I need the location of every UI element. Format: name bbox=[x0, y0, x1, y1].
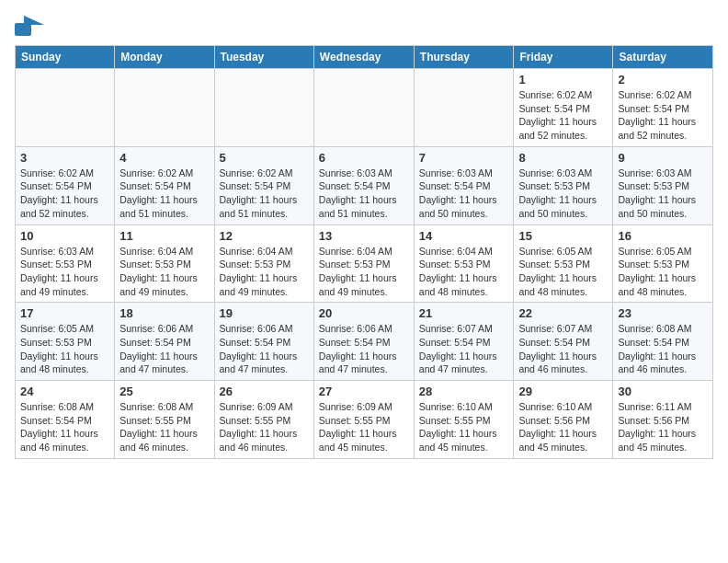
day-info: Sunrise: 6:05 AM Sunset: 5:53 PM Dayligh… bbox=[618, 245, 708, 299]
calendar-cell: 7Sunrise: 6:03 AM Sunset: 5:54 PM Daylig… bbox=[414, 146, 514, 224]
day-info: Sunrise: 6:03 AM Sunset: 5:53 PM Dayligh… bbox=[618, 167, 708, 221]
day-number: 13 bbox=[319, 229, 409, 243]
day-info: Sunrise: 6:02 AM Sunset: 5:54 PM Dayligh… bbox=[618, 88, 708, 143]
col-header-tuesday: Tuesday bbox=[214, 46, 313, 69]
day-number: 29 bbox=[518, 385, 608, 398]
calendar-cell bbox=[115, 69, 214, 147]
day-number: 17 bbox=[20, 306, 109, 320]
col-header-friday: Friday bbox=[514, 46, 613, 69]
calendar-cell: 9Sunrise: 6:03 AM Sunset: 5:53 PM Daylig… bbox=[613, 146, 713, 224]
day-info: Sunrise: 6:03 AM Sunset: 5:53 PM Dayligh… bbox=[20, 245, 109, 299]
calendar-cell: 2Sunrise: 6:02 AM Sunset: 5:54 PM Daylig… bbox=[613, 69, 713, 147]
day-number: 27 bbox=[319, 385, 409, 398]
calendar-table: SundayMondayTuesdayWednesdayThursdayFrid… bbox=[15, 45, 713, 459]
calendar-cell: 10Sunrise: 6:03 AM Sunset: 5:53 PM Dayli… bbox=[16, 224, 115, 303]
calendar-cell bbox=[16, 69, 115, 147]
day-info: Sunrise: 6:05 AM Sunset: 5:53 PM Dayligh… bbox=[518, 245, 608, 299]
day-info: Sunrise: 6:06 AM Sunset: 5:54 PM Dayligh… bbox=[119, 322, 209, 376]
calendar-header-row: SundayMondayTuesdayWednesdayThursdayFrid… bbox=[16, 46, 713, 69]
day-info: Sunrise: 6:02 AM Sunset: 5:54 PM Dayligh… bbox=[518, 88, 608, 143]
calendar-cell: 4Sunrise: 6:02 AM Sunset: 5:54 PM Daylig… bbox=[115, 146, 214, 224]
svg-marker-1 bbox=[24, 16, 44, 25]
calendar-cell: 30Sunrise: 6:11 AM Sunset: 5:56 PM Dayli… bbox=[613, 381, 713, 459]
calendar-cell: 20Sunrise: 6:06 AM Sunset: 5:54 PM Dayli… bbox=[313, 303, 414, 381]
day-info: Sunrise: 6:08 AM Sunset: 5:54 PM Dayligh… bbox=[20, 400, 109, 454]
day-number: 9 bbox=[618, 151, 708, 165]
calendar-cell bbox=[214, 69, 313, 147]
day-number: 24 bbox=[20, 385, 109, 398]
day-number: 25 bbox=[119, 385, 209, 398]
day-info: Sunrise: 6:03 AM Sunset: 5:54 PM Dayligh… bbox=[419, 167, 509, 221]
day-number: 28 bbox=[419, 385, 509, 398]
day-info: Sunrise: 6:08 AM Sunset: 5:55 PM Dayligh… bbox=[119, 400, 209, 454]
day-info: Sunrise: 6:02 AM Sunset: 5:54 PM Dayligh… bbox=[20, 167, 109, 221]
day-number: 1 bbox=[518, 73, 608, 86]
day-info: Sunrise: 6:04 AM Sunset: 5:53 PM Dayligh… bbox=[419, 245, 509, 299]
day-number: 12 bbox=[220, 229, 309, 243]
col-header-saturday: Saturday bbox=[613, 46, 713, 69]
calendar-week-row: 10Sunrise: 6:03 AM Sunset: 5:53 PM Dayli… bbox=[16, 224, 713, 303]
col-header-thursday: Thursday bbox=[414, 46, 514, 69]
col-header-sunday: Sunday bbox=[16, 46, 115, 69]
day-info: Sunrise: 6:11 AM Sunset: 5:56 PM Dayligh… bbox=[618, 400, 708, 454]
calendar-cell: 3Sunrise: 6:02 AM Sunset: 5:54 PM Daylig… bbox=[16, 146, 115, 224]
day-info: Sunrise: 6:03 AM Sunset: 5:54 PM Dayligh… bbox=[319, 167, 409, 221]
calendar-week-row: 3Sunrise: 6:02 AM Sunset: 5:54 PM Daylig… bbox=[16, 146, 713, 224]
calendar-cell: 18Sunrise: 6:06 AM Sunset: 5:54 PM Dayli… bbox=[115, 303, 214, 381]
day-info: Sunrise: 6:09 AM Sunset: 5:55 PM Dayligh… bbox=[220, 400, 309, 454]
day-info: Sunrise: 6:09 AM Sunset: 5:55 PM Dayligh… bbox=[319, 400, 409, 454]
page-header bbox=[15, 15, 713, 36]
calendar-cell: 27Sunrise: 6:09 AM Sunset: 5:55 PM Dayli… bbox=[313, 381, 414, 459]
day-number: 11 bbox=[119, 229, 209, 243]
day-info: Sunrise: 6:10 AM Sunset: 5:55 PM Dayligh… bbox=[419, 400, 509, 454]
calendar-cell bbox=[313, 69, 414, 147]
calendar-cell: 26Sunrise: 6:09 AM Sunset: 5:55 PM Dayli… bbox=[214, 381, 313, 459]
day-number: 22 bbox=[518, 306, 608, 320]
calendar-cell: 6Sunrise: 6:03 AM Sunset: 5:54 PM Daylig… bbox=[313, 146, 414, 224]
day-info: Sunrise: 6:04 AM Sunset: 5:53 PM Dayligh… bbox=[220, 245, 309, 299]
calendar-cell: 19Sunrise: 6:06 AM Sunset: 5:54 PM Dayli… bbox=[214, 303, 313, 381]
calendar-week-row: 24Sunrise: 6:08 AM Sunset: 5:54 PM Dayli… bbox=[16, 381, 713, 459]
day-number: 15 bbox=[518, 229, 608, 243]
day-info: Sunrise: 6:06 AM Sunset: 5:54 PM Dayligh… bbox=[220, 322, 309, 376]
calendar-cell: 21Sunrise: 6:07 AM Sunset: 5:54 PM Dayli… bbox=[414, 303, 514, 381]
calendar-week-row: 17Sunrise: 6:05 AM Sunset: 5:53 PM Dayli… bbox=[16, 303, 713, 381]
calendar-cell: 22Sunrise: 6:07 AM Sunset: 5:54 PM Dayli… bbox=[514, 303, 613, 381]
day-number: 21 bbox=[419, 306, 509, 320]
day-number: 14 bbox=[419, 229, 509, 243]
calendar-cell bbox=[414, 69, 514, 147]
calendar-cell: 14Sunrise: 6:04 AM Sunset: 5:53 PM Dayli… bbox=[414, 224, 514, 303]
day-info: Sunrise: 6:07 AM Sunset: 5:54 PM Dayligh… bbox=[518, 322, 608, 376]
day-number: 8 bbox=[518, 151, 608, 165]
calendar-cell: 23Sunrise: 6:08 AM Sunset: 5:54 PM Dayli… bbox=[613, 303, 713, 381]
day-number: 3 bbox=[20, 151, 109, 165]
calendar-cell: 29Sunrise: 6:10 AM Sunset: 5:56 PM Dayli… bbox=[514, 381, 613, 459]
day-info: Sunrise: 6:04 AM Sunset: 5:53 PM Dayligh… bbox=[319, 245, 409, 299]
calendar-cell: 12Sunrise: 6:04 AM Sunset: 5:53 PM Dayli… bbox=[214, 224, 313, 303]
logo-icon bbox=[15, 16, 44, 36]
day-number: 5 bbox=[220, 151, 309, 165]
day-number: 2 bbox=[618, 73, 708, 86]
day-info: Sunrise: 6:04 AM Sunset: 5:53 PM Dayligh… bbox=[119, 245, 209, 299]
calendar-cell: 16Sunrise: 6:05 AM Sunset: 5:53 PM Dayli… bbox=[613, 224, 713, 303]
day-info: Sunrise: 6:05 AM Sunset: 5:53 PM Dayligh… bbox=[20, 322, 109, 376]
day-number: 10 bbox=[20, 229, 109, 243]
calendar-cell: 25Sunrise: 6:08 AM Sunset: 5:55 PM Dayli… bbox=[115, 381, 214, 459]
calendar-cell: 1Sunrise: 6:02 AM Sunset: 5:54 PM Daylig… bbox=[514, 69, 613, 147]
col-header-wednesday: Wednesday bbox=[313, 46, 414, 69]
day-number: 6 bbox=[319, 151, 409, 165]
calendar-cell: 28Sunrise: 6:10 AM Sunset: 5:55 PM Dayli… bbox=[414, 381, 514, 459]
calendar-cell: 15Sunrise: 6:05 AM Sunset: 5:53 PM Dayli… bbox=[514, 224, 613, 303]
calendar-week-row: 1Sunrise: 6:02 AM Sunset: 5:54 PM Daylig… bbox=[16, 69, 713, 147]
day-number: 7 bbox=[419, 151, 509, 165]
logo bbox=[15, 15, 48, 36]
day-number: 20 bbox=[319, 306, 409, 320]
day-info: Sunrise: 6:02 AM Sunset: 5:54 PM Dayligh… bbox=[220, 167, 309, 221]
day-info: Sunrise: 6:08 AM Sunset: 5:54 PM Dayligh… bbox=[618, 322, 708, 376]
day-number: 16 bbox=[618, 229, 708, 243]
day-number: 30 bbox=[618, 385, 708, 398]
day-info: Sunrise: 6:06 AM Sunset: 5:54 PM Dayligh… bbox=[319, 322, 409, 376]
col-header-monday: Monday bbox=[115, 46, 214, 69]
day-number: 26 bbox=[220, 385, 309, 398]
calendar-cell: 13Sunrise: 6:04 AM Sunset: 5:53 PM Dayli… bbox=[313, 224, 414, 303]
